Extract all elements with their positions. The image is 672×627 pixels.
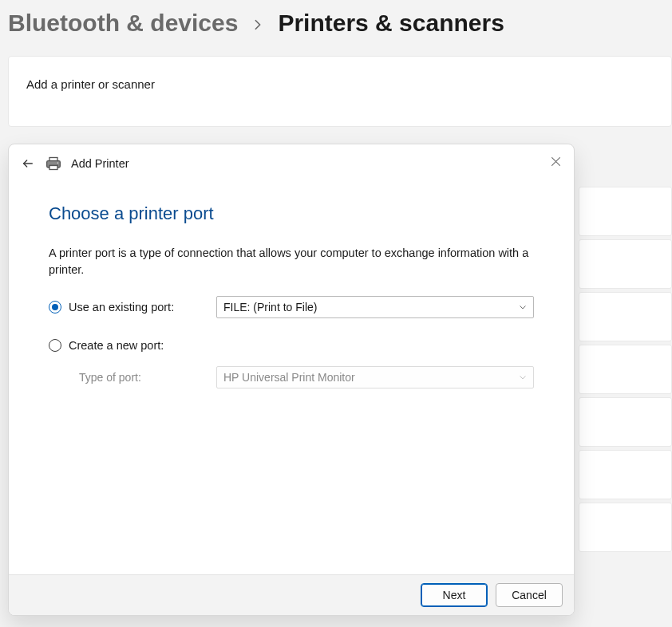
dialog-footer: Next Cancel: [9, 574, 574, 615]
dialog-heading: Choose a printer port: [49, 203, 534, 224]
list-item[interactable]: [579, 503, 672, 552]
list-item[interactable]: [579, 187, 672, 236]
chevron-down-icon: [519, 301, 527, 314]
chevron-right-icon: [252, 14, 263, 35]
port-type-select: HP Universal Print Monitor: [216, 366, 534, 388]
option-use-existing-port: Use an existing port: FILE: (Print to Fi…: [49, 296, 534, 318]
dialog-titlebar: Add Printer: [9, 144, 574, 179]
port-type-label: Type of port:: [49, 371, 216, 384]
settings-section-add-printer: Add a printer or scanner: [8, 56, 672, 127]
list-item[interactable]: [579, 345, 672, 394]
option-create-new-port: Create a new port:: [49, 339, 534, 352]
option-label: Use an existing port:: [69, 301, 174, 314]
dialog-title: Add Printer: [71, 157, 129, 170]
list-item[interactable]: [579, 239, 672, 289]
option-label: Create a new port:: [69, 339, 164, 352]
background-list-rows: [579, 187, 672, 552]
cancel-button[interactable]: Cancel: [496, 583, 563, 607]
section-title: Add a printer or scanner: [26, 77, 654, 91]
printer-icon: [45, 156, 61, 171]
existing-port-select[interactable]: FILE: (Print to File): [216, 296, 534, 318]
dialog-body: Choose a printer port A printer port is …: [9, 179, 574, 574]
select-value: FILE: (Print to File): [223, 301, 317, 314]
chevron-down-icon: [519, 371, 527, 384]
breadcrumb-parent[interactable]: Bluetooth & devices: [8, 10, 238, 37]
svg-point-3: [57, 163, 58, 164]
breadcrumb: Bluetooth & devices Printers & scanners: [0, 0, 672, 56]
next-button[interactable]: Next: [421, 583, 488, 607]
radio-use-existing-port[interactable]: [49, 301, 61, 314]
add-printer-dialog: Add Printer Choose a printer port A prin…: [8, 144, 575, 616]
radio-create-new-port[interactable]: [49, 339, 61, 352]
port-type-row: Type of port: HP Universal Print Monitor: [49, 366, 534, 388]
svg-rect-2: [49, 166, 57, 170]
list-item[interactable]: [579, 397, 672, 447]
close-button[interactable]: [547, 152, 564, 170]
breadcrumb-current: Printers & scanners: [278, 10, 504, 37]
list-item[interactable]: [579, 292, 672, 341]
dialog-description: A printer port is a type of connection t…: [49, 245, 534, 278]
back-button[interactable]: [20, 156, 36, 172]
select-value: HP Universal Print Monitor: [223, 371, 355, 384]
list-item[interactable]: [579, 450, 672, 499]
